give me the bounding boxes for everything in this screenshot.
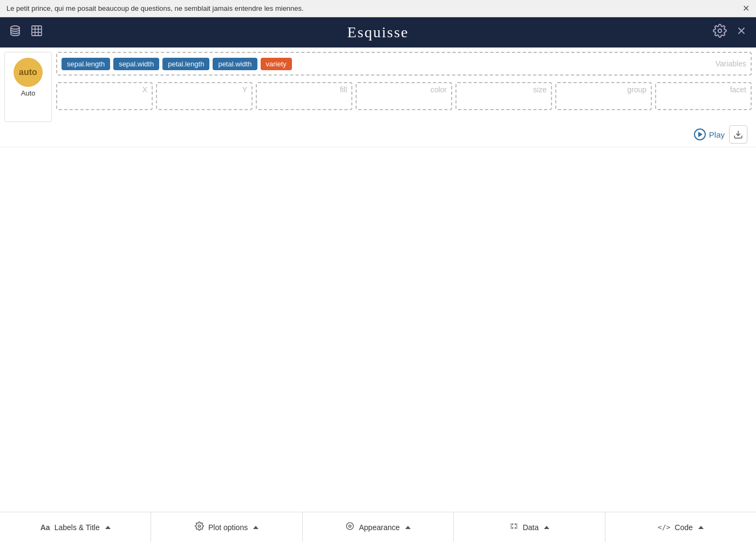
labels-title-caret bbox=[105, 526, 111, 529]
slot-x-label: X bbox=[142, 85, 147, 94]
variables-chips: sepal.length sepal.width petal.length pe… bbox=[62, 58, 292, 70]
tab-code[interactable]: </> Code bbox=[605, 512, 756, 542]
appearance-icon bbox=[345, 521, 355, 533]
notification-bar: Le petit prince, qui me posait beaucoup … bbox=[0, 0, 756, 17]
slot-y[interactable]: Y bbox=[156, 82, 253, 110]
tab-labels-title-label: Labels & Title bbox=[55, 523, 100, 532]
svg-point-12 bbox=[349, 525, 351, 527]
slot-y-label: Y bbox=[242, 85, 247, 94]
slot-fill-label: fill bbox=[340, 85, 347, 94]
auto-circle[interactable]: auto bbox=[13, 58, 43, 87]
play-triangle bbox=[698, 132, 703, 137]
auto-circle-label: auto bbox=[19, 67, 37, 77]
slot-facet[interactable]: facet bbox=[655, 82, 752, 110]
tab-code-label: Code bbox=[675, 523, 692, 532]
play-button[interactable]: Play bbox=[694, 128, 725, 140]
titlebar-right-controls bbox=[713, 24, 747, 41]
svg-point-6 bbox=[718, 29, 722, 33]
chip-sepal-width[interactable]: sepal.width bbox=[113, 58, 159, 70]
data-caret bbox=[544, 526, 549, 529]
top-mapping-section: auto Auto sepal.length sepal.width petal… bbox=[0, 48, 756, 122]
plot-area bbox=[0, 147, 756, 512]
variables-row: sepal.length sepal.width petal.length pe… bbox=[56, 52, 752, 76]
tab-data[interactable]: Data bbox=[454, 512, 605, 542]
slot-x[interactable]: X bbox=[56, 82, 153, 110]
main-content: auto Auto sepal.length sepal.width petal… bbox=[0, 48, 756, 512]
bottom-tabs: Aa Labels & Title Plot options Appearanc bbox=[0, 512, 756, 542]
plot-options-icon bbox=[195, 521, 204, 533]
tab-labels-title[interactable]: Aa Labels & Title bbox=[0, 512, 151, 542]
action-bar: Play bbox=[0, 122, 756, 147]
code-icon: </> bbox=[658, 523, 670, 531]
table-icon[interactable] bbox=[30, 24, 43, 40]
chip-variety[interactable]: variety bbox=[261, 58, 292, 70]
download-button[interactable] bbox=[729, 125, 747, 144]
mapping-slots-row: X Y fill color size group bbox=[56, 82, 752, 110]
mapping-panels: sepal.length sepal.width petal.length pe… bbox=[56, 52, 752, 110]
plot-options-caret bbox=[253, 526, 258, 529]
auto-sublabel: Auto bbox=[21, 89, 36, 97]
tab-appearance[interactable]: Appearance bbox=[303, 512, 454, 542]
tab-plot-options[interactable]: Plot options bbox=[151, 512, 302, 542]
play-label: Play bbox=[709, 130, 725, 139]
svg-rect-1 bbox=[32, 26, 42, 36]
notification-text: Le petit prince, qui me posait beaucoup … bbox=[6, 4, 304, 12]
main-window: Esquisse auto bbox=[0, 17, 756, 542]
app-title: Esquisse bbox=[348, 24, 409, 41]
auto-chart-selector[interactable]: auto Auto bbox=[4, 52, 52, 122]
notification-close-button[interactable]: ✕ bbox=[743, 3, 750, 13]
appearance-caret bbox=[405, 526, 411, 529]
chip-petal-width[interactable]: petal.width bbox=[213, 58, 257, 70]
titlebar-left-controls bbox=[9, 24, 43, 40]
chip-petal-length[interactable]: petal.length bbox=[162, 58, 209, 70]
close-icon[interactable] bbox=[735, 25, 747, 40]
chip-sepal-length[interactable]: sepal.length bbox=[62, 58, 110, 70]
slot-group-label: group bbox=[627, 85, 646, 94]
svg-point-11 bbox=[346, 523, 353, 530]
slot-group[interactable]: group bbox=[555, 82, 652, 110]
svg-point-10 bbox=[198, 525, 200, 527]
slot-fill[interactable]: fill bbox=[256, 82, 352, 110]
titlebar: Esquisse bbox=[0, 17, 756, 48]
labels-title-icon: Aa bbox=[40, 523, 50, 532]
database-icon[interactable] bbox=[9, 24, 22, 40]
settings-icon[interactable] bbox=[713, 24, 727, 41]
data-icon bbox=[509, 521, 519, 533]
svg-point-0 bbox=[11, 26, 19, 29]
slot-size[interactable]: size bbox=[455, 82, 552, 110]
code-caret bbox=[698, 526, 704, 529]
slot-color-label: color bbox=[431, 85, 447, 94]
variables-label: Variables bbox=[716, 59, 746, 68]
play-icon bbox=[694, 128, 706, 140]
tab-appearance-label: Appearance bbox=[359, 523, 400, 532]
slot-facet-label: facet bbox=[730, 85, 746, 94]
slot-color[interactable]: color bbox=[356, 82, 452, 110]
slot-size-label: size bbox=[533, 85, 547, 94]
tab-plot-options-label: Plot options bbox=[208, 523, 248, 532]
tab-data-label: Data bbox=[523, 523, 539, 532]
